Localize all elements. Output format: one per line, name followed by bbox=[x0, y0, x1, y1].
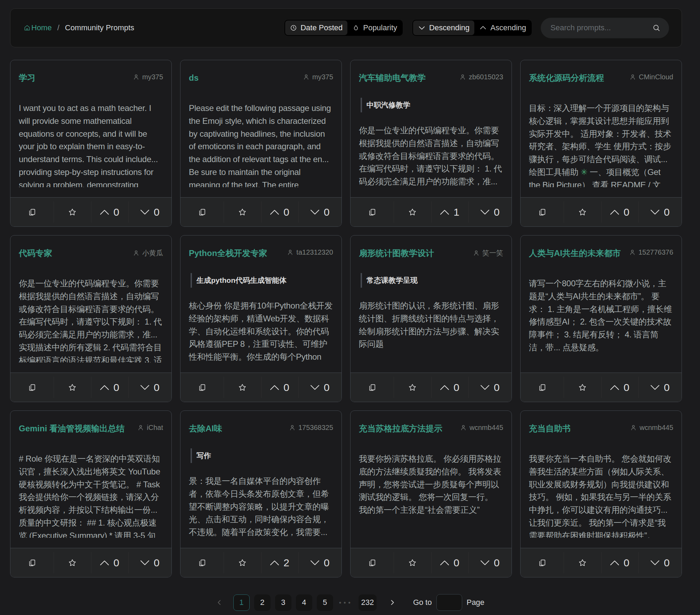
prompt-card[interactable]: 去除AI味 175368325 写作 景：我是一名自媒体平台的内容创作者，依靠今… bbox=[180, 410, 342, 577]
person-icon bbox=[303, 74, 309, 80]
pagination-ellipsis: ●●● bbox=[338, 600, 354, 605]
person-icon bbox=[133, 250, 139, 256]
downvote-button[interactable]: 0 bbox=[298, 373, 341, 402]
previous-page-button[interactable] bbox=[216, 599, 223, 606]
upvote-button[interactable]: 0 bbox=[91, 548, 128, 577]
search-input[interactable] bbox=[541, 18, 669, 38]
favorite-button[interactable] bbox=[564, 198, 601, 226]
page-button-232[interactable]: 232 bbox=[359, 594, 377, 611]
copy-button[interactable] bbox=[521, 198, 564, 226]
prompt-card[interactable]: Python全栈开发专家 ta12312320 生成python代码生成智能体 … bbox=[180, 235, 342, 402]
card-quote-text: 中职汽修教学 bbox=[367, 101, 410, 109]
sort-descending-button[interactable]: Descending bbox=[413, 21, 474, 35]
copy-button[interactable] bbox=[180, 198, 224, 226]
card-author: ta12312320 bbox=[287, 248, 333, 256]
search-box bbox=[541, 18, 669, 38]
page-button-5[interactable]: 5 bbox=[317, 594, 333, 611]
copy-button[interactable] bbox=[10, 373, 54, 402]
prompt-card[interactable]: 学习 my375 I want you to act as a math tea… bbox=[10, 60, 172, 227]
downvote-button[interactable]: 0 bbox=[298, 198, 341, 226]
sort-by-popularity-button[interactable]: Popularity bbox=[347, 21, 402, 35]
chevron-up-icon bbox=[440, 385, 449, 390]
sort-ascending-button[interactable]: Ascending bbox=[474, 21, 531, 35]
sort-by-popularity-label: Popularity bbox=[363, 23, 397, 32]
prompt-card[interactable]: 充当自助书 wcnmb445 我要你充当一本自助书。 您会就如何改善我生活的某些… bbox=[520, 410, 682, 577]
downvote-button[interactable]: 0 bbox=[638, 198, 682, 226]
upvote-button[interactable]: 2 bbox=[261, 548, 298, 577]
prompt-card[interactable]: 代码专家 小黄瓜 你是一位专业的代码编程专业。你需要根据我提供的自然语言描述，自… bbox=[10, 235, 172, 402]
upvote-count: 1 bbox=[453, 206, 459, 218]
page-button-3[interactable]: 3 bbox=[275, 594, 291, 611]
upvote-button[interactable]: 0 bbox=[601, 373, 638, 402]
chevron-up-icon bbox=[270, 385, 279, 390]
downvote-button[interactable]: 0 bbox=[128, 548, 171, 577]
card-author: zb6015023 bbox=[459, 73, 503, 81]
favorite-button[interactable] bbox=[564, 373, 601, 402]
copy-button[interactable] bbox=[351, 198, 394, 226]
prompt-card[interactable]: ds my375 Please edit the following passa… bbox=[180, 60, 342, 227]
downvote-button[interactable]: 0 bbox=[128, 373, 171, 402]
upvote-button[interactable]: 1 bbox=[431, 198, 468, 226]
copy-button[interactable] bbox=[521, 548, 564, 577]
downvote-button[interactable]: 0 bbox=[638, 373, 682, 402]
upvote-button[interactable]: 0 bbox=[261, 373, 298, 402]
page-button-2[interactable]: 2 bbox=[254, 594, 271, 611]
next-page-button[interactable] bbox=[388, 599, 396, 606]
copy-button[interactable] bbox=[180, 548, 224, 577]
upvote-button[interactable]: 0 bbox=[91, 198, 128, 226]
upvote-button[interactable]: 0 bbox=[601, 198, 638, 226]
prompt-card[interactable]: 扇形统计图教学设计 笑一笑 常态课教学呈现 扇形统计图的认识，条形统计图、扇形统… bbox=[350, 235, 512, 402]
favorite-button[interactable] bbox=[224, 373, 261, 402]
favorite-button[interactable] bbox=[54, 373, 91, 402]
downvote-button[interactable]: 0 bbox=[468, 198, 512, 226]
upvote-button[interactable]: 0 bbox=[601, 548, 638, 577]
upvote-button[interactable]: 0 bbox=[431, 548, 468, 577]
prompt-card[interactable]: 系统化源码分析流程 CMinCloud 目标：深入理解一个开源项目的架构与核心逻… bbox=[520, 60, 682, 227]
card-author: CMinCloud bbox=[629, 73, 673, 81]
downvote-button[interactable]: 0 bbox=[128, 198, 171, 226]
star-icon bbox=[408, 208, 417, 217]
upvote-button[interactable]: 0 bbox=[261, 198, 298, 226]
goto-page-input[interactable] bbox=[436, 594, 462, 611]
upvote-button[interactable]: 0 bbox=[91, 373, 128, 402]
upvote-button[interactable]: 0 bbox=[431, 373, 468, 402]
downvote-count: 0 bbox=[664, 206, 670, 218]
favorite-button[interactable] bbox=[394, 198, 431, 226]
chevron-up-icon bbox=[610, 209, 619, 215]
downvote-button[interactable]: 0 bbox=[468, 373, 512, 402]
downvote-button[interactable]: 0 bbox=[638, 548, 682, 577]
favorite-button[interactable] bbox=[564, 548, 601, 577]
prompt-card[interactable]: Gemini 看油管视频输出总结 iChat # Role 你现在是一名资深的中… bbox=[10, 410, 172, 577]
favorite-button[interactable] bbox=[394, 373, 431, 402]
breadcrumb-home-link[interactable]: Home bbox=[24, 23, 52, 32]
copy-button[interactable] bbox=[351, 373, 394, 402]
page-button-1[interactable]: 1 bbox=[233, 594, 250, 611]
prompt-card[interactable]: 人类与AI共生的未来都市 152776376 请写一个800字左右的科幻微小说，… bbox=[520, 235, 682, 402]
favorite-button[interactable] bbox=[394, 548, 431, 577]
favorite-button[interactable] bbox=[54, 198, 91, 226]
copy-button[interactable] bbox=[10, 548, 54, 577]
breadcrumb: Home / Community Prompts bbox=[24, 23, 134, 32]
star-icon bbox=[578, 558, 587, 567]
prompt-card[interactable]: 充当苏格拉底方法提示 wcnmb445 我要你扮演苏格拉底。 你必须用苏格拉底的… bbox=[350, 410, 512, 577]
card-title: 代码专家 bbox=[19, 247, 129, 259]
copy-button[interactable] bbox=[351, 548, 394, 577]
chevron-left-icon bbox=[216, 599, 223, 606]
card-body: # Role 你现在是一名资深的中英双语知识官，擅长深入浅出地将英文 YouTu… bbox=[19, 453, 163, 538]
downvote-button[interactable]: 0 bbox=[298, 548, 341, 577]
copy-button[interactable] bbox=[10, 198, 54, 226]
downvote-count: 0 bbox=[324, 206, 330, 218]
sort-by-date-button[interactable]: Date Posted bbox=[285, 21, 347, 35]
page-button-4[interactable]: 4 bbox=[296, 594, 312, 611]
card-body: Please edit the following passage using … bbox=[189, 102, 333, 187]
favorite-button[interactable] bbox=[54, 548, 91, 577]
downvote-button[interactable]: 0 bbox=[468, 548, 512, 577]
favorite-button[interactable] bbox=[224, 198, 261, 226]
favorite-button[interactable] bbox=[224, 548, 261, 577]
prompt-card[interactable]: 汽车辅助电气教学 zb6015023 中职汽修教学 你是一位专业的代码编程专业。… bbox=[350, 60, 512, 227]
copy-button[interactable] bbox=[521, 373, 564, 402]
upvote-count: 0 bbox=[113, 206, 119, 218]
card-quote: 写作 bbox=[191, 448, 333, 463]
copy-button[interactable] bbox=[180, 373, 224, 402]
search-icon[interactable] bbox=[652, 24, 661, 32]
